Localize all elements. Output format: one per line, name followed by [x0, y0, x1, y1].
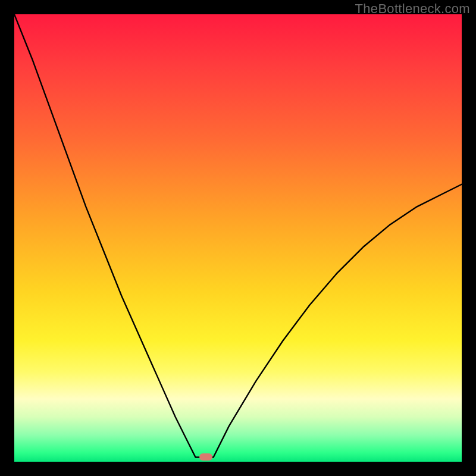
bottleneck-curve	[14, 14, 462, 462]
watermark-label: TheBottleneck.com	[355, 1, 470, 17]
optimal-point-marker	[199, 453, 212, 461]
chart-stage: TheBottleneck.com	[0, 0, 476, 476]
plot-area	[14, 14, 462, 462]
